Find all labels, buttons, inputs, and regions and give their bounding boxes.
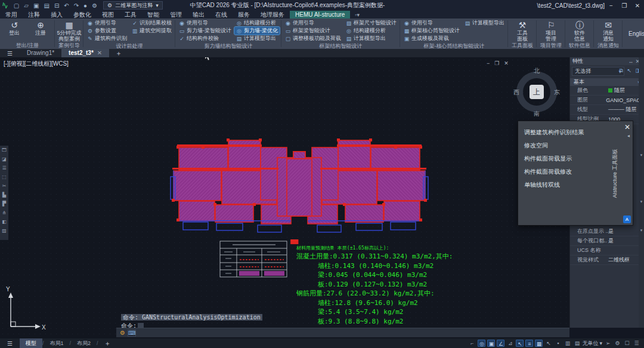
status-menu-icon[interactable]: ☰ bbox=[0, 340, 20, 347]
polar-icon[interactable]: ∠ bbox=[497, 340, 504, 347]
ribbon-tab-9[interactable]: 在线 bbox=[210, 11, 233, 19]
new-doc-tab-button[interactable]: ＋ bbox=[109, 49, 128, 58]
workspace-dropdown[interactable]: ⚙ 二维草图与注释 ▾ bbox=[103, 1, 163, 10]
usage-guide-button[interactable]: ◉使用引导 bbox=[85, 19, 129, 27]
qat-icon-3[interactable]: ▤ bbox=[44, 2, 49, 9]
slab-function-load-button[interactable]: ▢调整楼板功能及荷载 bbox=[283, 35, 343, 42]
prop-bottom-row-1[interactable]: 每个视口都..是 bbox=[570, 236, 644, 246]
frame-beam-design-button[interactable]: ▭框架梁智能设计 bbox=[283, 27, 343, 35]
ribbon-options-icon[interactable]: ▫▾ bbox=[350, 12, 364, 18]
ribbon-tab-6[interactable]: 智能 bbox=[142, 11, 165, 19]
selection-dropdown[interactable]: 无选择 ▾ bbox=[572, 67, 624, 76]
keyboard-icon[interactable]: ⌨ bbox=[128, 329, 136, 337]
software-info-button[interactable]: ⓘ软件信息 bbox=[567, 19, 592, 42]
shearwall-beam-optimize-button[interactable]: ◎剪力墙-梁优化 bbox=[234, 27, 280, 35]
ribbon-tab-10[interactable]: 服务 bbox=[233, 11, 255, 19]
doc-tab-0[interactable]: Drawing1* bbox=[20, 49, 61, 57]
ribbon-tab-11[interactable]: 地理服务 bbox=[255, 11, 290, 19]
lineweight-icon[interactable]: ≡ bbox=[525, 340, 533, 347]
prop-bottom-row-3[interactable]: 视觉样式二维线框 bbox=[570, 255, 644, 265]
pick-cursor-icon[interactable]: ↖ bbox=[544, 340, 552, 347]
close-icon[interactable]: ✕ bbox=[97, 50, 102, 56]
ucs-icon[interactable]: ⌐ bbox=[468, 340, 476, 347]
dyn-input-icon[interactable]: ▪ bbox=[554, 340, 562, 347]
status-menu-icon[interactable]: ☰ bbox=[633, 340, 640, 347]
usage-guide-button-4[interactable]: ◉使用引导 bbox=[402, 19, 462, 27]
add-layout-button[interactable]: ＋ bbox=[98, 339, 117, 348]
ribbon-tab-3[interactable]: 参数化 bbox=[68, 11, 97, 19]
tool-panel-item-0[interactable]: 调整建筑构件识别结果 bbox=[524, 126, 584, 139]
tool-panel-item-3[interactable]: 构件截面荷载修改 bbox=[524, 165, 584, 178]
osnap-icon[interactable]: ◎ bbox=[478, 340, 485, 347]
prop-basic-row-0[interactable]: 颜色随层 bbox=[570, 86, 644, 96]
recognition-check-button[interactable]: ✓识别结果校核 bbox=[130, 19, 174, 27]
qat-icon-7[interactable]: ● bbox=[83, 2, 87, 9]
close-icon[interactable]: ✕ bbox=[624, 123, 630, 131]
ribbon-tab-1[interactable]: 注释 bbox=[23, 11, 45, 19]
register-button[interactable]: ⊕注册 bbox=[28, 19, 53, 36]
close-button[interactable]: ✕ bbox=[631, 2, 644, 9]
layout-tab-2[interactable]: 布局2 bbox=[71, 338, 97, 348]
collapse-icon[interactable]: ◂ bbox=[627, 133, 630, 138]
logout-button[interactable]: ↺登出 bbox=[2, 19, 27, 36]
snap-icon[interactable]: ↖ bbox=[516, 340, 524, 347]
param-settings-button[interactable]: ⚙参数设置 bbox=[85, 27, 129, 35]
ribbon-tab-5[interactable]: 工具 bbox=[119, 11, 142, 19]
drawing-canvas[interactable]: [-][俯视][二维线框][WCS] −❐✕ 🗔 ◪ ☰ ⬚ ✂ ▙ ▛ ⋔ ◧… bbox=[0, 57, 569, 338]
ribbon-tab-hemu-ai-structure[interactable]: HEMU AI-structure bbox=[290, 11, 350, 19]
clean-screen-icon[interactable]: ➢ bbox=[604, 340, 612, 347]
frame-size-design-button[interactable]: ▧框架尺寸智能设计 bbox=[344, 19, 398, 27]
component-verify-button[interactable]: ✓结构构件校验 bbox=[177, 35, 233, 42]
layout-tab-0[interactable]: 模型 bbox=[20, 338, 42, 348]
section-basic[interactable]: 基本 ▾ bbox=[570, 78, 644, 86]
tool-panel-item-4[interactable]: 单轴线转双线 bbox=[524, 178, 584, 192]
qat-icon-2[interactable]: ▣ bbox=[33, 2, 39, 9]
layout-tab-1[interactable]: 布局1 bbox=[44, 338, 69, 348]
calc-model-export-button[interactable]: ▤计算模型导出 bbox=[234, 35, 280, 42]
qat-icon-6[interactable]: ↷ bbox=[74, 2, 79, 9]
quick-measure-icon[interactable]: ⚙ bbox=[614, 340, 621, 347]
message-notify-button[interactable]: ✉消息通知 bbox=[596, 19, 621, 42]
selection-cycling-icon[interactable]: ▦ bbox=[535, 340, 543, 347]
prop-basic-row-1[interactable]: 图层GANIO_SPACE bbox=[570, 96, 644, 105]
generate-slab-load-button[interactable]: ▣生成楼板及荷载 bbox=[402, 35, 462, 42]
building-component-recognition-button[interactable]: ✎建筑构件识别 bbox=[85, 35, 129, 42]
ribbon-tab-7[interactable]: 管理 bbox=[165, 11, 187, 19]
minimize-button[interactable]: − bbox=[605, 2, 618, 9]
calc-model-export-button-2[interactable]: ▤计算模型导出 bbox=[344, 35, 398, 42]
properties-scrollbar[interactable]: ▾ ▾ ▾ bbox=[639, 57, 644, 328]
command-settings-icon[interactable]: ⚙ bbox=[120, 329, 125, 336]
shearwall-beam-design-button[interactable]: ▭剪力墙-梁智能设计 bbox=[177, 27, 233, 35]
frame-coretube-design-button[interactable]: ▦框架核心筒智能设计 bbox=[402, 27, 462, 35]
usage-guide-button-2[interactable]: ◉使用引导 bbox=[177, 19, 233, 27]
project-manage-button[interactable]: ⚐项目管理 bbox=[538, 19, 564, 42]
qat-icon-1[interactable]: ▱ bbox=[24, 2, 29, 9]
image-frame-icon[interactable]: ▥ bbox=[564, 340, 571, 347]
otrack-icon[interactable]: ⊿ bbox=[506, 340, 514, 347]
qat-icon-4[interactable]: ⊟ bbox=[54, 2, 59, 9]
qat-icon-5[interactable]: ↶ bbox=[64, 2, 69, 9]
grid-icon[interactable]: ▣ bbox=[487, 340, 495, 347]
space-extraction-button[interactable]: ▥建筑空间提取 bbox=[130, 27, 174, 35]
usage-guide-button-3[interactable]: ◉使用引导 bbox=[283, 19, 343, 27]
prop-bottom-row-0[interactable]: 在原点显示 ...是 bbox=[570, 227, 644, 236]
ribbon-tab-0[interactable]: 常用 bbox=[0, 11, 23, 19]
ribbon-tab-4[interactable]: 视图 bbox=[97, 11, 119, 19]
tool-panel-button[interactable]: ⚒工具面板 bbox=[510, 19, 535, 42]
qat-icon-0[interactable]: ▢ bbox=[14, 2, 19, 9]
calc-model-export-button-3[interactable]: ▤计算模型导出 bbox=[463, 19, 506, 27]
structure-model-analysis-button[interactable]: ◎结构建模分析 bbox=[234, 19, 280, 27]
qat-icon-8[interactable]: ⚙ bbox=[92, 2, 97, 9]
tool-panel-item-1[interactable]: 修改空间 bbox=[524, 139, 584, 152]
ribbon-tab-2[interactable]: 插入 bbox=[45, 11, 68, 19]
units-dropdown[interactable]: ▤无单位▾ bbox=[573, 340, 602, 347]
structure-model-analysis-button-2[interactable]: ◎结构建模分析 bbox=[344, 27, 398, 35]
fullscreen-icon[interactable]: ☐ bbox=[623, 340, 631, 347]
command-input-bar[interactable]: ⚙ ⌨ ✎ bbox=[116, 328, 569, 337]
tool-panel-item-2[interactable]: 构件截面荷载显示 bbox=[524, 152, 584, 165]
prop-bottom-row-2[interactable]: UCS 名称 bbox=[570, 246, 644, 255]
doc-tab-menu-icon[interactable]: ☰ bbox=[0, 50, 20, 57]
pin-icon[interactable]: ↔ bbox=[628, 58, 635, 64]
restore-button[interactable]: ❐ bbox=[618, 2, 631, 9]
ribbon-tab-8[interactable]: 输出 bbox=[187, 11, 210, 19]
